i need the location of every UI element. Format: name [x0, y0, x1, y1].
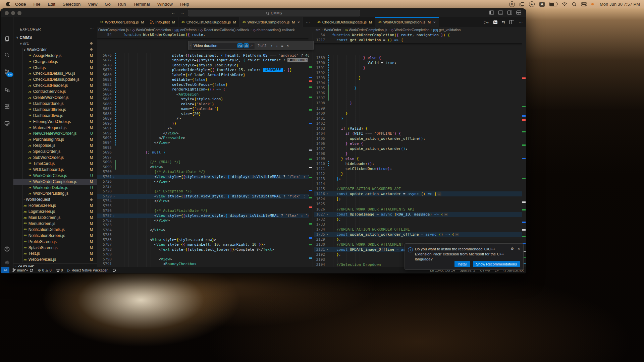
breadcrumb-item[interactable]: ◇WorkOrderCompletion: [391, 28, 429, 32]
file-Dashboardtwo.js[interactable]: JSDashboardtwo.jsM: [13, 113, 97, 119]
breadcrumb-item[interactable]: src: [316, 28, 320, 32]
folder-WorkRequest[interactable]: ›WorkRequest: [13, 196, 97, 202]
sticky-scroll[interactable]: 54function WorkOrderCompletion({ route,: [97, 33, 309, 38]
run-debug-icon[interactable]: ▷∨: [484, 20, 489, 24]
customize-layout-icon[interactable]: [516, 10, 521, 15]
g-app-icon[interactable]: G: [509, 1, 515, 7]
window-stack-icon[interactable]: [520, 2, 524, 6]
battery-icon[interactable]: [549, 2, 557, 6]
account-icon[interactable]: [1, 242, 13, 256]
fold-icon[interactable]: ›: [326, 212, 328, 217]
fold-icon[interactable]: ›: [113, 175, 115, 179]
file-Dashboardthree.js[interactable]: JSDashboardthree.jsM: [13, 107, 97, 113]
breadcrumb-item[interactable]: WorkOrder: [324, 28, 341, 32]
file-MenuScreen.js[interactable]: JSMenuScreen.jsM: [13, 221, 97, 227]
toggle-sidebar-icon[interactable]: [489, 10, 494, 15]
breadcrumb-item[interactable]: [@]get_validation: [433, 28, 461, 32]
search-activity-icon[interactable]: [1, 48, 13, 62]
problems-item[interactable]: ⊘0△0: [38, 268, 52, 272]
tab-CheckListDetalisupdate.js[interactable]: JSCheckListDetalisupdate.jsM: [314, 17, 375, 27]
menu-run[interactable]: Run: [118, 2, 126, 7]
history-nav-arrows[interactable]: ←→: [171, 10, 189, 15]
notification-close-icon[interactable]: ×: [518, 247, 520, 251]
control-center-icon[interactable]: [581, 2, 587, 6]
file-WorkOrderCompletion.js[interactable]: JSWorkOrderCompletion.jsM: [13, 179, 97, 185]
minimize-traffic-light[interactable]: [11, 11, 15, 15]
fold-icon[interactable]: ›: [113, 214, 115, 218]
tab-close-icon[interactable]: ×: [433, 20, 435, 24]
apple-icon[interactable]: [6, 2, 10, 6]
overview-ruler-right[interactable]: [522, 33, 526, 274]
explorer-activity-icon[interactable]: [1, 32, 13, 46]
menu-code[interactable]: Code: [15, 2, 26, 7]
file-WorkorderDetalis.js[interactable]: JSWorkorderDetalis.jsU: [13, 185, 97, 191]
show-recommendations-button[interactable]: Show Recommendations: [473, 261, 520, 267]
breadcrumb-item[interactable]: [@]onRefresh: [174, 28, 197, 32]
overview-ruler-left[interactable]: [309, 33, 313, 274]
tab-Info.plist[interactable]: Info.plistM: [147, 17, 178, 27]
breadcrumb-right[interactable]: src›WorkOrder›JSWorkOrderCompletion.js›◇…: [316, 27, 525, 33]
file-Chargeable.js[interactable]: JSChargeable.jsM: [13, 59, 97, 65]
explorer-more-actions-icon[interactable]: ⋯: [90, 26, 94, 31]
toggle-secondary-sidebar-icon[interactable]: [507, 10, 512, 15]
split-editor-icon[interactable]: [509, 20, 514, 24]
git-branch-item[interactable]: main*+: [12, 268, 33, 272]
file-WorkOrderListing.js[interactable]: JSWorkOrderListing.jsM: [13, 190, 97, 196]
sticky-scroll[interactable]: 54function WorkOrderCompletion({ route, …: [314, 33, 522, 43]
file-CreateWorkOrder.js[interactable]: JSCreateWorkOrder.jsM: [13, 95, 97, 101]
input-source-icon[interactable]: A: [539, 2, 545, 7]
breadcrumb-item[interactable]: OrderCompletion.js: [98, 28, 128, 32]
file-ProfileScreen.js[interactable]: JSProfileScreen.jsM: [13, 239, 97, 245]
file-LoginScreen.js[interactable]: JSLoginScreen.jsM: [13, 208, 97, 215]
find-in-selection-icon[interactable]: ≡: [281, 44, 283, 48]
file-CheckListDetalis_PG.js[interactable]: JSCheckListDetalis_PG.jsM: [13, 70, 97, 76]
file-SubWorkOrder.js[interactable]: JSSubWorkOrder.jsM: [13, 155, 97, 161]
spotlight-icon[interactable]: [572, 2, 577, 7]
file-HomeScreen.js[interactable]: JSHomeScreen.jsM: [13, 202, 97, 208]
remote-indicator[interactable]: ><: [1, 267, 9, 273]
file-Test.js[interactable]: JSTest.jsM: [13, 250, 97, 256]
menu-file[interactable]: File: [34, 2, 41, 7]
toggle-panel-icon[interactable]: [498, 10, 503, 15]
breadcrumb-left[interactable]: OrderCompletion.js›◇WorkOrderCompletion›…: [98, 27, 312, 33]
open-changes-icon[interactable]: ⇋: [493, 20, 497, 24]
file-TimeCard.js[interactable]: JSTimeCard.jsM: [13, 161, 97, 167]
file-NotificationScreen.js[interactable]: JSNotificationScreen.jsM: [13, 233, 97, 239]
tab-WorkOrderCompletion.js[interactable]: JSWorkOrderCompletion.jsM×: [375, 17, 439, 27]
run-debug-activity-icon[interactable]: [1, 83, 13, 97]
close-traffic-light[interactable]: [5, 11, 9, 15]
play-circle-icon[interactable]: ▶: [529, 1, 535, 7]
file-SpecialOrder.js[interactable]: JSSpecialOrder.jsM: [13, 148, 97, 155]
menu-selection[interactable]: Selection: [63, 2, 80, 7]
tab-WorkOrderCompletion.js[interactable]: JSWorkOrderCompletion.jsM×: [239, 17, 303, 27]
file-CheckListDetalisupdate.js[interactable]: JSCheckListDetalisupdate.jsM: [13, 76, 97, 82]
file-AssignHistory.js[interactable]: JSAssignHistory.jsM: [13, 53, 97, 59]
remote-explorer-activity-icon[interactable]: [1, 117, 13, 130]
fold-icon[interactable]: ›: [326, 247, 328, 252]
editor-left[interactable]: 5676 style={[styles.input, { height: Pla…: [97, 33, 309, 274]
breadcrumb-item[interactable]: ◇React.useCallback() callback: [200, 28, 249, 32]
zoom-traffic-light[interactable]: [17, 11, 21, 15]
file-MaterialRequest.js[interactable]: JSMaterialRequest.jsM: [13, 125, 97, 131]
command-center[interactable]: CMMS: [188, 10, 360, 16]
file-WODashboard.js[interactable]: JSWODashboard.jsM: [13, 167, 97, 173]
tab-close-icon[interactable]: ×: [298, 20, 300, 24]
file-FilteringWorkOrder.js[interactable]: JSFilteringWorkOrder.jsM: [13, 119, 97, 125]
tab-WorkOrderListing.js[interactable]: JSWorkOrderListing.jsM: [97, 17, 147, 27]
file-PurchasingInfo.js[interactable]: JSPurchasingInfo.jsM: [13, 136, 97, 142]
fold-icon[interactable]: ›: [326, 232, 328, 237]
breadcrumb-item[interactable]: ◇db.transaction() callback: [253, 28, 295, 32]
file-SplashScreen.js[interactable]: JSSplashScreen.jsM: [13, 245, 97, 251]
file-Response.js[interactable]: JSResponse.jsM: [13, 142, 97, 148]
menu-clock[interactable]: Mon Jun 30 7:57 PM: [600, 2, 640, 7]
file-NewCreateWorkOrder.js[interactable]: JSNewCreateWorkOrder.jsU: [13, 130, 97, 136]
menu-help[interactable]: Help: [180, 2, 189, 7]
tab-overflow-icon[interactable]: ⋯: [303, 17, 312, 27]
folder-src[interactable]: ∨src: [13, 41, 97, 47]
folder-CMMS[interactable]: ∨CMMS: [13, 35, 97, 41]
match-case-icon[interactable]: Aa: [237, 44, 243, 48]
file-WebServices.js[interactable]: JSWebServices.jsM: [13, 256, 97, 262]
menu-window[interactable]: Window: [157, 2, 173, 7]
wifi-icon[interactable]: [562, 2, 567, 6]
menu-terminal[interactable]: Terminal: [133, 2, 150, 7]
